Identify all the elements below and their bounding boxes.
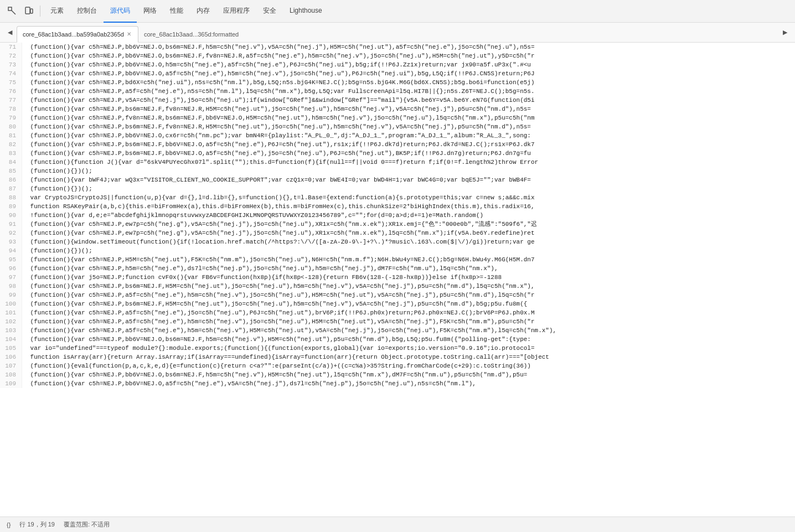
code-container: 71 (function(){var c5h=NEJ.P,bb6V=NEJ.O,… — [0, 43, 795, 516]
line-number: 87 — [0, 184, 22, 193]
inspect-element-button[interactable] — [4, 3, 20, 19]
line-content: (function(){var c5h=NEJ.P,a5f=c5h("nej.e… — [22, 326, 556, 335]
line-number: 79 — [0, 113, 22, 122]
file-tab-2-label: core_68ac1b3aad...365d:formatted — [144, 31, 239, 38]
status-position: 行 19，列 19 — [19, 520, 55, 529]
next-tab-button[interactable]: ▶ — [778, 26, 792, 39]
svg-rect-0 — [8, 7, 12, 11]
line-number: 81 — [0, 131, 22, 140]
tab-elements[interactable]: 元素 — [44, 0, 70, 23]
line-content: (function(){var c5h=NEJ.P,H5M=c5h("nej.u… — [22, 255, 535, 264]
line-content: (function(){})(); — [22, 246, 92, 255]
toolbar-separator — [40, 6, 40, 17]
code-line: 85 (function(){})(); — [0, 167, 795, 175]
line-number: 93 — [0, 237, 22, 246]
code-line: 80 (function(){var c5h=NEJ.P,bs6m=NEJ.F,… — [0, 122, 795, 131]
status-icon: {} — [7, 521, 11, 528]
code-line: 74 (function(){var c5h=NEJ.P,bb6V=NEJ.O,… — [0, 69, 795, 78]
file-tab-1-close[interactable]: ✕ — [126, 30, 132, 38]
line-content: (function(){var bWF4J;var wQ3x="VISITOR_… — [22, 175, 531, 184]
code-line: 82 (function(){var c5h=NEJ.P,bs6m=NEJ.F,… — [0, 140, 795, 149]
tab-sources[interactable]: 源代码 — [104, 0, 137, 23]
line-number: 75 — [0, 78, 22, 87]
tab-nav: 元素 控制台 源代码 网络 性能 内存 应用程序 安全 Lighthouse — [44, 0, 329, 23]
line-number: 83 — [0, 149, 22, 158]
code-line: 72 (function(){var c5h=NEJ.P,bb6V=NEJ.O,… — [0, 51, 795, 60]
tab-application[interactable]: 应用程序 — [216, 0, 256, 23]
line-content: (function(){var c5h=NEJ.P,a5f=c5h("nej.e… — [22, 291, 535, 299]
line-content: (function(){var c5h=NEJ.P,v5A=c5h("nej.j… — [22, 96, 535, 105]
line-number: 98 — [0, 282, 22, 291]
line-content: var io="undefined"===typeof module?{}:mo… — [22, 344, 535, 353]
line-content: (function(){var c5h=NEJ.P,fv8n=NEJ.R,bs6… — [22, 113, 535, 122]
line-number: 91 — [0, 220, 22, 229]
line-number: 103 — [0, 326, 22, 335]
code-line: 105 var io="undefined"===typeof module?{… — [0, 344, 795, 353]
line-number: 76 — [0, 87, 22, 96]
line-number: 109 — [0, 379, 22, 388]
file-tab-1[interactable]: core_68ac1b3aad...ba599a0ab2365d ✕ — [17, 26, 138, 43]
code-line: 107 (function(){eval(function(p,a,c,k,e,… — [0, 361, 795, 370]
code-line: 106 function isArray(arr){return Array.i… — [0, 353, 795, 361]
file-tab-formatted[interactable]: core_68ac1b3aad...365d:formatted — [138, 26, 244, 43]
line-number: 94 — [0, 246, 22, 255]
line-content: (function(){var c5h=NEJ.P,bb6V=NEJ.O,bs6… — [22, 335, 531, 344]
line-content: (function(){var j5o=NEJ.P;function cvF0x… — [22, 273, 502, 282]
line-content: (function(){var c5h=NEJ.P,bs6m=NEJ.F,fv8… — [22, 122, 531, 131]
line-number: 89 — [0, 202, 22, 211]
tab-performance[interactable]: 性能 — [163, 0, 190, 23]
code-line: 73 (function(){var c5h=NEJ.P,bb6V=NEJ.O,… — [0, 60, 795, 69]
line-content: !function(){var d,e;e="abcdefghijklmnopq… — [22, 211, 483, 220]
curly-braces-icon: {} — [7, 521, 11, 528]
line-number: 96 — [0, 264, 22, 273]
file-tabs-row: ◀ core_68ac1b3aad...ba599a0ab2365d ✕ cor… — [0, 23, 795, 43]
line-content: (function(){var c5h=NEJ.P,bb6V=NEJ.O,bs6… — [22, 51, 535, 60]
device-toolbar-button[interactable] — [21, 3, 37, 19]
line-number: 97 — [0, 273, 22, 282]
line-content: (function(){var c5h=NEJ.P,bs6m=NEJ.F,bb6… — [22, 149, 531, 158]
line-content: (function(){function J(){var d="6skV4PUY… — [22, 158, 538, 167]
line-number: 90 — [0, 211, 22, 220]
line-number: 74 — [0, 69, 22, 78]
line-number: 86 — [0, 175, 22, 184]
code-line: 84 (function(){function J(){var d="6skV4… — [0, 158, 795, 167]
line-content: (function(){window.setTimeout(function()… — [22, 237, 535, 246]
line-content: (function(){var c5h=NEJ.P,bs6m=NEJ.F,bb6… — [22, 140, 535, 149]
tab-security[interactable]: 安全 — [256, 0, 283, 23]
line-content: (function(){var c5h=NEJ.P,bb6V=NEJ.O,a5f… — [22, 69, 535, 78]
line-content: var CryptoJS=CryptoJS||function(u,p){var… — [22, 193, 535, 202]
line-content: (function(){var c5h=NEJ.P,h5m=c5h("nej.e… — [22, 264, 498, 273]
line-number: 78 — [0, 105, 22, 113]
code-line: 71 (function(){var c5h=NEJ.P,bb6V=NEJ.O,… — [0, 43, 795, 51]
line-content: (function(){var c5h=NEJ.P,bb6V=NEJ.O,cx6… — [22, 131, 531, 140]
code-line: 109 (function(){var c5h=NEJ.P,bb6V=NEJ.O… — [0, 379, 795, 388]
line-content: function RSAKeyPair(a,b,c){this.e=biFrom… — [22, 202, 535, 211]
code-line: 93 (function(){window.setTimeout(functio… — [0, 237, 795, 246]
status-bar: {} 行 19，列 19 覆盖范围: 不适用 — [0, 516, 795, 532]
code-line: 86 (function(){var bWF4J;var wQ3x="VISIT… — [0, 175, 795, 184]
code-line: 79 (function(){var c5h=NEJ.P,fv8n=NEJ.R,… — [0, 113, 795, 122]
tab-lighthouse[interactable]: Lighthouse — [283, 0, 329, 23]
line-content: (function(){var c5h=NEJ.P,bs6m=NEJ.F,fv8… — [22, 105, 531, 113]
line-number: 106 — [0, 353, 22, 361]
code-line: 88 var CryptoJS=CryptoJS||function(u,p){… — [0, 193, 795, 202]
tab-network[interactable]: 网络 — [137, 0, 163, 23]
code-line: 101 (function(){var c5h=NEJ.P,a5f=c5h("n… — [0, 308, 795, 317]
line-number: 73 — [0, 60, 22, 69]
line-number: 72 — [0, 51, 22, 60]
code-line: 98 (function(){var c5h=NEJ.P,bs6m=NEJ.F,… — [0, 282, 795, 291]
prev-tab-button[interactable]: ◀ — [3, 26, 17, 39]
tab-console[interactable]: 控制台 — [70, 0, 104, 23]
line-content: (function(){var c5h=NEJ.P,bd6X=c5h("nej.… — [22, 78, 535, 87]
tab-memory[interactable]: 内存 — [190, 0, 216, 23]
code-line: 108 (function(){var c5h=NEJ.P,bb6V=NEJ.O… — [0, 370, 795, 379]
code-line: 94 (function(){})(); — [0, 246, 795, 255]
code-line: 102 (function(){var c5h=NEJ.P,a5f=c5h("n… — [0, 317, 795, 326]
code-line: 77 (function(){var c5h=NEJ.P,v5A=c5h("ne… — [0, 96, 795, 105]
line-number: 88 — [0, 193, 22, 202]
code-area[interactable]: 71 (function(){var c5h=NEJ.P,bb6V=NEJ.O,… — [0, 43, 795, 516]
code-line: 95 (function(){var c5h=NEJ.P,H5M=c5h("ne… — [0, 255, 795, 264]
line-content: (function(){})(); — [22, 184, 92, 193]
line-number: 107 — [0, 361, 22, 370]
line-content: (function(){})(); — [22, 167, 92, 175]
